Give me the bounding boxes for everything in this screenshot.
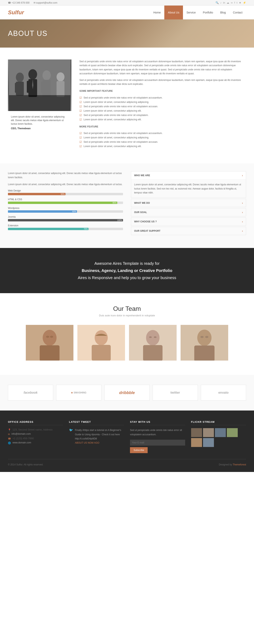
facebook-icon[interactable]: f bbox=[234, 1, 235, 4]
skills-section: Lorem ipsum dolor sit amet, consectetur … bbox=[0, 163, 254, 248]
list-item: Lorem ipsum dolor sit amet, consectetur … bbox=[79, 136, 246, 140]
nav-portfolio[interactable]: Portfolio bbox=[199, 6, 216, 20]
skill-bar-bg: 50% bbox=[8, 193, 123, 195]
svg-rect-3 bbox=[15, 83, 18, 93]
skill-label: Web Design bbox=[8, 189, 123, 192]
accordion-body: Lorem ipsum dolor sit amet, consectetur … bbox=[131, 180, 246, 198]
flickr-thumb-1[interactable] bbox=[191, 428, 202, 437]
skill-bar-bg: 100% bbox=[8, 219, 123, 222]
email-icon: ✉ bbox=[34, 2, 36, 4]
twitter-icon[interactable]: t bbox=[236, 1, 237, 4]
accordion-header[interactable]: OUR GOAL › bbox=[131, 208, 246, 216]
brand-smashing[interactable]: ♦ SMASHING bbox=[56, 385, 101, 400]
about-caption-box: Lorem ipsum dolor sit amet, consectetur … bbox=[8, 112, 71, 132]
list-item: Sed ut perspiciatis unde omnis iste natu… bbox=[79, 104, 246, 108]
team-grid bbox=[8, 325, 246, 363]
skills-para1: Lorem ipsum dolor sit amet, consectetur … bbox=[8, 171, 123, 180]
feed-icon[interactable]: ⚡ bbox=[243, 1, 246, 4]
logo[interactable]: Sulfur bbox=[8, 9, 24, 16]
accordion-header[interactable]: WHO WE ARE › bbox=[131, 172, 246, 180]
skill-bar: 70% bbox=[8, 228, 89, 230]
skill-bar-bg: 70% bbox=[8, 228, 123, 230]
map-icon: 📍 bbox=[8, 428, 11, 431]
list-item: Lorem ipsum dolor sit amet, consectetur … bbox=[79, 144, 246, 148]
team-card-2 bbox=[77, 325, 125, 363]
footer-col-office: OFFICE ADDRESS 📍 123, Second Street name… bbox=[8, 420, 63, 453]
chevron-right-icon: › bbox=[242, 202, 243, 204]
email-input[interactable] bbox=[130, 440, 185, 446]
music-icon[interactable]: ♪ bbox=[220, 1, 222, 4]
tweet-text: Finally #https start a tutorial on A Beg… bbox=[75, 428, 124, 441]
skill-extension: Extension 70% bbox=[8, 224, 123, 230]
chevron-right-icon: › bbox=[242, 220, 243, 223]
footer-tweet-title: LATEST TWEET bbox=[69, 420, 124, 425]
nav-contact[interactable]: Contact bbox=[229, 6, 246, 20]
footer-col-tweet: LATEST TWEET 🐦 Finally #https start a tu… bbox=[69, 420, 124, 453]
rss-icon[interactable]: ∞ bbox=[231, 1, 232, 4]
flickr-thumb-2[interactable] bbox=[203, 428, 214, 437]
feature2-list: Sed ut perspiciatis unde omnis iste natu… bbox=[79, 131, 246, 148]
feature1-list: Sed ut perspiciatis unde omnis iste natu… bbox=[79, 96, 246, 122]
linkedin-icon[interactable]: in bbox=[223, 1, 225, 4]
search-icon[interactable]: 🔍 bbox=[215, 1, 219, 4]
accordion-who-we-are: WHO WE ARE › Lorem ipsum dolor sit amet,… bbox=[131, 171, 246, 198]
list-item: Sed ut perspiciatis unde omnis iste natu… bbox=[79, 131, 246, 136]
about-section: Lorem ipsum dolor sit amet, consectetur … bbox=[0, 48, 254, 163]
svg-point-32 bbox=[205, 336, 208, 338]
footer-stay-text: Sed ut perspiciatis unde omnis iste natu… bbox=[130, 428, 185, 437]
skill-wordpress: Wordpress 60% bbox=[8, 207, 123, 213]
footer-credits: Designed by Themeforest bbox=[219, 463, 246, 466]
footer-grid: OFFICE ADDRESS 📍 123, Second Street name… bbox=[8, 420, 246, 453]
skill-label: HTML & CSS bbox=[8, 198, 123, 201]
phone-info: ☎ +13 346 678 000 bbox=[8, 2, 30, 4]
footer-bottom: © 2014 Sulfur. All rights reserved. Desi… bbox=[8, 459, 246, 466]
team-member-photo-2 bbox=[77, 325, 125, 360]
brand-facebook[interactable]: facebook bbox=[8, 385, 53, 400]
phone-text: +1 (123) 456-7890 bbox=[13, 437, 34, 440]
accordion-header[interactable]: OUR GREAT SUPPORT › bbox=[131, 227, 246, 235]
accordion-header[interactable]: WHY CHOOSE US ? › bbox=[131, 218, 246, 226]
svg-point-31 bbox=[200, 336, 204, 338]
accordion-header[interactable]: WHAT WE DO › bbox=[131, 199, 246, 207]
skill-bar-bg: 60% bbox=[8, 210, 123, 213]
web-link[interactable]: www.domain.com bbox=[13, 441, 31, 444]
list-item: Sed ut perspiciatis unde omnis iste natu… bbox=[79, 96, 246, 100]
flickr-thumb-6[interactable] bbox=[203, 438, 214, 447]
cloud-icon[interactable]: ☁ bbox=[227, 1, 229, 4]
subscribe-button[interactable]: Subscribe bbox=[130, 447, 148, 453]
feature2-title: MORE FEATURE bbox=[79, 125, 246, 129]
tweet-link[interactable]: ABOUT US NOW AGO bbox=[75, 442, 99, 444]
nav-about[interactable]: About Us bbox=[164, 6, 183, 20]
feature1-title: SOME IMPORTANT FEATURE bbox=[79, 89, 246, 93]
nav-blog[interactable]: Blog bbox=[217, 6, 229, 20]
nav-home[interactable]: Home bbox=[150, 6, 164, 20]
brand-dribbble[interactable]: dribbble bbox=[104, 385, 150, 400]
flickr-thumb-4[interactable] bbox=[227, 428, 238, 437]
svg-rect-14 bbox=[9, 95, 71, 111]
main-nav: Home About Us Service Portfolio Blog Con… bbox=[150, 6, 246, 20]
email-link[interactable]: info@domain.com bbox=[12, 432, 31, 435]
footer-copyright: © 2014 Sulfur. All rights reserved. bbox=[8, 463, 43, 466]
brands-section: facebook ♦ SMASHING dribbble twitter env… bbox=[0, 375, 254, 410]
themeforest-link[interactable]: Themeforest bbox=[233, 463, 246, 466]
globe-icon: 🌐 bbox=[8, 442, 11, 444]
about-para1: Sed ut perspiciatis unde omnis iste natu… bbox=[79, 60, 246, 76]
accordion-what-we-do: WHAT WE DO › bbox=[131, 199, 246, 207]
nav-service[interactable]: Service bbox=[183, 6, 199, 20]
svg-rect-17 bbox=[40, 345, 60, 360]
topbar-social: 🔍 ♪ in ☁ ∞ f t ★ ⚡ bbox=[215, 1, 246, 4]
list-item: Lorem ipsum dolor sit amet, consectetur … bbox=[79, 108, 246, 113]
brand-envato[interactable]: envato bbox=[201, 385, 246, 400]
about-text-column: Sed ut perspiciatis unde omnis iste natu… bbox=[79, 60, 246, 152]
svg-point-24 bbox=[146, 330, 160, 346]
brand-label: dribbble bbox=[119, 390, 135, 395]
svg-point-29 bbox=[197, 330, 211, 346]
flickr-thumb-5[interactable] bbox=[191, 438, 202, 447]
brand-twitter[interactable]: twitter bbox=[153, 385, 198, 400]
tweet-content: Finally #https start a tutorial on A Beg… bbox=[75, 428, 124, 445]
star-icon[interactable]: ★ bbox=[239, 1, 241, 4]
skill-label: Extension bbox=[8, 224, 123, 227]
flickr-thumb-3[interactable] bbox=[215, 428, 226, 437]
skill-bar-bg: 95% bbox=[8, 202, 123, 204]
cta-line2: Business, Agency, Landing or Creative Po… bbox=[8, 267, 246, 274]
